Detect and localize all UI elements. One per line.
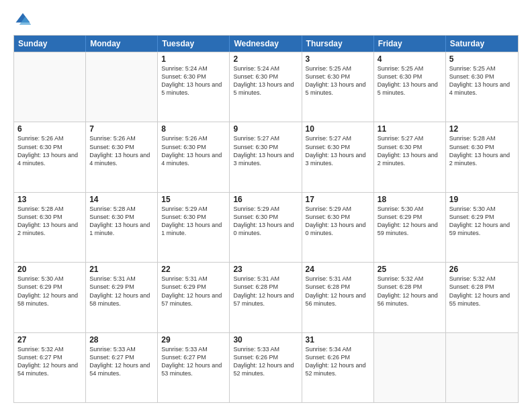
day-number: 23 [233,265,298,274]
day-number: 10 [306,124,370,134]
day-cell-10: 10Sunrise: 5:27 AM Sunset: 6:30 PM Dayli… [302,122,374,191]
day-header-saturday: Saturday [446,36,518,52]
calendar: SundayMondayTuesdayWednesdayThursdayFrid… [13,35,519,403]
day-number: 17 [306,195,370,204]
day-number: 13 [17,195,82,204]
day-number: 19 [449,195,515,204]
day-info: Sunrise: 5:25 AM Sunset: 6:30 PM Dayligh… [306,64,370,97]
day-info: Sunrise: 5:31 AM Sunset: 6:29 PM Dayligh… [89,275,154,308]
day-cell-18: 18Sunrise: 5:30 AM Sunset: 6:29 PM Dayli… [374,193,446,262]
day-cell-27: 27Sunrise: 5:32 AM Sunset: 6:27 PM Dayli… [14,333,86,402]
day-number: 6 [17,124,82,134]
day-cell-31: 31Sunrise: 5:34 AM Sunset: 6:26 PM Dayli… [302,333,374,402]
day-number: 14 [89,195,154,204]
day-cell-24: 24Sunrise: 5:31 AM Sunset: 6:28 PM Dayli… [302,263,374,332]
day-number: 12 [449,124,515,134]
empty-cell [446,333,518,402]
calendar-header: SundayMondayTuesdayWednesdayThursdayFrid… [14,36,518,52]
day-cell-23: 23Sunrise: 5:31 AM Sunset: 6:28 PM Dayli… [230,263,302,332]
day-number: 8 [161,124,226,134]
day-info: Sunrise: 5:29 AM Sunset: 6:30 PM Dayligh… [233,205,298,238]
day-cell-25: 25Sunrise: 5:32 AM Sunset: 6:28 PM Dayli… [374,263,446,332]
day-cell-4: 4Sunrise: 5:25 AM Sunset: 6:30 PM Daylig… [374,52,446,122]
day-info: Sunrise: 5:33 AM Sunset: 6:27 PM Dayligh… [161,345,226,378]
day-info: Sunrise: 5:30 AM Sunset: 6:29 PM Dayligh… [449,205,515,238]
day-cell-30: 30Sunrise: 5:33 AM Sunset: 6:26 PM Dayli… [230,333,302,402]
calendar-body: 1Sunrise: 5:24 AM Sunset: 6:30 PM Daylig… [14,52,518,402]
day-number: 27 [17,335,82,345]
day-info: Sunrise: 5:31 AM Sunset: 6:28 PM Dayligh… [233,275,298,308]
day-cell-8: 8Sunrise: 5:26 AM Sunset: 6:30 PM Daylig… [158,122,230,191]
day-info: Sunrise: 5:29 AM Sunset: 6:30 PM Dayligh… [306,205,370,238]
day-info: Sunrise: 5:27 AM Sunset: 6:30 PM Dayligh… [378,134,442,167]
calendar-week-0: 1Sunrise: 5:24 AM Sunset: 6:30 PM Daylig… [14,52,518,122]
day-number: 16 [233,195,298,204]
day-info: Sunrise: 5:32 AM Sunset: 6:28 PM Dayligh… [378,275,442,308]
calendar-week-4: 27Sunrise: 5:32 AM Sunset: 6:27 PM Dayli… [14,332,518,402]
day-number: 2 [233,54,298,64]
day-info: Sunrise: 5:25 AM Sunset: 6:30 PM Dayligh… [378,64,442,97]
day-cell-17: 17Sunrise: 5:29 AM Sunset: 6:30 PM Dayli… [302,193,374,262]
day-number: 22 [161,265,226,274]
day-cell-13: 13Sunrise: 5:28 AM Sunset: 6:30 PM Dayli… [14,193,86,262]
day-info: Sunrise: 5:33 AM Sunset: 6:26 PM Dayligh… [233,345,298,378]
day-info: Sunrise: 5:33 AM Sunset: 6:27 PM Dayligh… [89,345,154,378]
day-cell-3: 3Sunrise: 5:25 AM Sunset: 6:30 PM Daylig… [302,52,374,122]
day-cell-28: 28Sunrise: 5:33 AM Sunset: 6:27 PM Dayli… [86,333,158,402]
calendar-week-2: 13Sunrise: 5:28 AM Sunset: 6:30 PM Dayli… [14,192,518,262]
day-number: 25 [378,265,442,274]
day-number: 1 [161,54,226,64]
day-number: 29 [161,335,226,345]
day-cell-22: 22Sunrise: 5:31 AM Sunset: 6:29 PM Dayli… [158,263,230,332]
day-info: Sunrise: 5:31 AM Sunset: 6:28 PM Dayligh… [306,275,370,308]
day-number: 7 [89,124,154,134]
day-number: 15 [161,195,226,204]
day-number: 26 [449,265,515,274]
day-cell-20: 20Sunrise: 5:30 AM Sunset: 6:29 PM Dayli… [14,263,86,332]
day-cell-19: 19Sunrise: 5:30 AM Sunset: 6:29 PM Dayli… [446,193,518,262]
page: SundayMondayTuesdayWednesdayThursdayFrid… [0,0,532,411]
day-number: 28 [89,335,154,345]
header [13,11,519,30]
calendar-week-3: 20Sunrise: 5:30 AM Sunset: 6:29 PM Dayli… [14,262,518,332]
day-header-sunday: Sunday [14,36,86,52]
day-cell-7: 7Sunrise: 5:26 AM Sunset: 6:30 PM Daylig… [86,122,158,191]
day-info: Sunrise: 5:28 AM Sunset: 6:30 PM Dayligh… [449,134,515,167]
day-number: 20 [17,265,82,274]
day-cell-1: 1Sunrise: 5:24 AM Sunset: 6:30 PM Daylig… [158,52,230,122]
empty-cell [86,52,158,122]
day-info: Sunrise: 5:29 AM Sunset: 6:30 PM Dayligh… [161,205,226,238]
day-cell-21: 21Sunrise: 5:31 AM Sunset: 6:29 PM Dayli… [86,263,158,332]
day-header-tuesday: Tuesday [158,36,230,52]
day-cell-14: 14Sunrise: 5:28 AM Sunset: 6:30 PM Dayli… [86,193,158,262]
day-number: 11 [378,124,442,134]
calendar-week-1: 6Sunrise: 5:26 AM Sunset: 6:30 PM Daylig… [14,122,518,191]
day-header-wednesday: Wednesday [230,36,302,52]
day-info: Sunrise: 5:32 AM Sunset: 6:27 PM Dayligh… [17,345,82,378]
day-number: 21 [89,265,154,274]
day-cell-6: 6Sunrise: 5:26 AM Sunset: 6:30 PM Daylig… [14,122,86,191]
day-cell-16: 16Sunrise: 5:29 AM Sunset: 6:30 PM Dayli… [230,193,302,262]
day-number: 30 [233,335,298,345]
day-cell-11: 11Sunrise: 5:27 AM Sunset: 6:30 PM Dayli… [374,122,446,191]
day-number: 4 [378,54,442,64]
day-info: Sunrise: 5:27 AM Sunset: 6:30 PM Dayligh… [233,134,298,167]
empty-cell [374,333,446,402]
day-info: Sunrise: 5:31 AM Sunset: 6:29 PM Dayligh… [161,275,226,308]
empty-cell [14,52,86,122]
day-info: Sunrise: 5:30 AM Sunset: 6:29 PM Dayligh… [378,205,442,238]
day-info: Sunrise: 5:32 AM Sunset: 6:28 PM Dayligh… [449,275,515,308]
day-header-monday: Monday [86,36,158,52]
day-info: Sunrise: 5:30 AM Sunset: 6:29 PM Dayligh… [17,275,82,308]
day-info: Sunrise: 5:26 AM Sunset: 6:30 PM Dayligh… [161,134,226,167]
day-header-thursday: Thursday [302,36,374,52]
day-info: Sunrise: 5:24 AM Sunset: 6:30 PM Dayligh… [161,64,226,97]
day-number: 31 [306,335,370,345]
day-number: 24 [306,265,370,274]
day-cell-29: 29Sunrise: 5:33 AM Sunset: 6:27 PM Dayli… [158,333,230,402]
day-info: Sunrise: 5:28 AM Sunset: 6:30 PM Dayligh… [89,205,154,238]
day-number: 9 [233,124,298,134]
logo-icon [13,11,32,30]
day-info: Sunrise: 5:25 AM Sunset: 6:30 PM Dayligh… [449,64,515,97]
logo [13,11,35,30]
